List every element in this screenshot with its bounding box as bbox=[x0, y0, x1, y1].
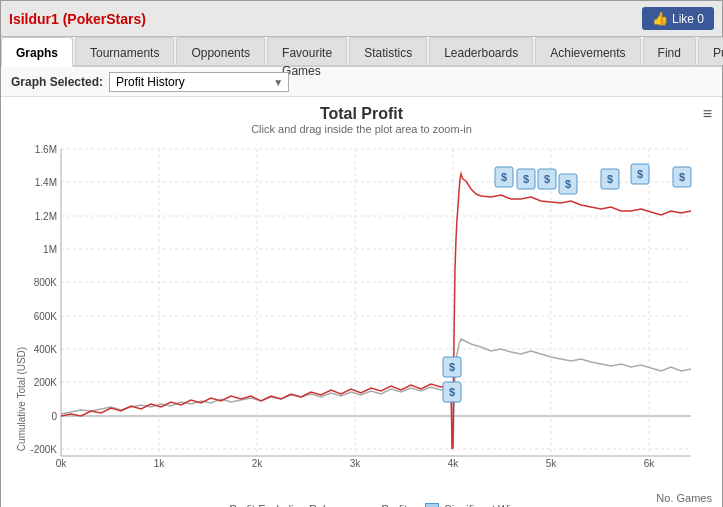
legend-label-excl-rake: Profit Excluding Rake bbox=[229, 503, 334, 507]
like-button[interactable]: 👍 Like 0 bbox=[642, 7, 714, 30]
svg-text:400K: 400K bbox=[34, 344, 58, 355]
svg-text:$: $ bbox=[449, 361, 455, 373]
svg-text:0: 0 bbox=[51, 411, 57, 422]
graph-selector-select[interactable]: Profit History Win Rate bbox=[109, 72, 289, 92]
like-label: Like 0 bbox=[672, 12, 704, 26]
tab-leaderboards[interactable]: Leaderboards bbox=[429, 37, 533, 65]
svg-text:0k: 0k bbox=[56, 458, 68, 469]
svg-text:$: $ bbox=[501, 171, 507, 183]
tab-graphs[interactable]: Graphs bbox=[1, 37, 73, 67]
svg-text:3k: 3k bbox=[350, 458, 362, 469]
svg-text:1.2M: 1.2M bbox=[35, 211, 57, 222]
svg-text:6k: 6k bbox=[644, 458, 656, 469]
svg-text:1.6M: 1.6M bbox=[35, 144, 57, 155]
tabs-bar: GraphsTournamentsOpponentsFavourite Game… bbox=[1, 37, 722, 67]
svg-text:$: $ bbox=[523, 173, 529, 185]
chart-subtitle: Click and drag inside the plot area to z… bbox=[1, 123, 722, 135]
legend-label-sig-wins: Significant Wins bbox=[444, 503, 522, 507]
legend-box-blue bbox=[425, 503, 439, 507]
svg-text:$: $ bbox=[607, 173, 613, 185]
legend-item-sig-wins: Significant Wins bbox=[425, 503, 522, 507]
svg-text:200K: 200K bbox=[34, 377, 58, 388]
site-name: (PokerStars) bbox=[63, 11, 146, 27]
svg-text:1k: 1k bbox=[154, 458, 166, 469]
tab-publish[interactable]: Publish bbox=[698, 37, 723, 65]
header: Isildur1 (PokerStars) 👍 Like 0 bbox=[1, 1, 722, 37]
y-axis-label: Cumulative Total (USD) bbox=[16, 347, 27, 451]
svg-text:$: $ bbox=[565, 178, 571, 190]
svg-text:$: $ bbox=[679, 171, 685, 183]
chart-inner: Cumulative Total (USD) 1.6M bbox=[1, 139, 722, 499]
svg-text:1M: 1M bbox=[43, 244, 57, 255]
tab-achievements[interactable]: Achievements bbox=[535, 37, 640, 65]
svg-text:4k: 4k bbox=[448, 458, 460, 469]
like-icon: 👍 bbox=[652, 11, 668, 26]
page-title: Isildur1 (PokerStars) bbox=[9, 11, 146, 27]
svg-text:1.4M: 1.4M bbox=[35, 177, 57, 188]
legend-item-excl-rake: Profit Excluding Rake bbox=[200, 503, 334, 507]
svg-text:600K: 600K bbox=[34, 311, 58, 322]
chart-menu-icon[interactable]: ≡ bbox=[703, 105, 712, 123]
profit-excl-rake-line bbox=[61, 339, 691, 449]
tab-favourite-games[interactable]: Favourite Games bbox=[267, 37, 347, 65]
chart-container: Total Profit Click and drag inside the p… bbox=[1, 97, 722, 507]
legend-item-profit: Profit bbox=[353, 503, 408, 507]
username: Isildur1 bbox=[9, 11, 59, 27]
chart-legend: Profit Excluding Rake Profit Significant… bbox=[1, 499, 722, 507]
tab-opponents[interactable]: Opponents bbox=[176, 37, 265, 65]
svg-text:5k: 5k bbox=[546, 458, 558, 469]
tab-statistics[interactable]: Statistics bbox=[349, 37, 427, 65]
svg-text:800K: 800K bbox=[34, 277, 58, 288]
svg-text:$: $ bbox=[637, 168, 643, 180]
app: Isildur1 (PokerStars) 👍 Like 0 GraphsTou… bbox=[0, 0, 723, 507]
legend-label-profit: Profit bbox=[382, 503, 408, 507]
tab-find[interactable]: Find bbox=[643, 37, 696, 65]
graph-selector-bar: Graph Selected: Profit History Win Rate bbox=[1, 67, 722, 97]
tab-tournaments[interactable]: Tournaments bbox=[75, 37, 174, 65]
chart-svg[interactable]: Cumulative Total (USD) 1.6M bbox=[11, 139, 714, 499]
graph-selector-label: Graph Selected: bbox=[11, 75, 103, 89]
profit-line bbox=[61, 174, 691, 449]
svg-text:$: $ bbox=[544, 173, 550, 185]
graph-selector-wrapper: Profit History Win Rate bbox=[109, 72, 289, 92]
svg-text:$: $ bbox=[449, 386, 455, 398]
svg-text:2k: 2k bbox=[252, 458, 264, 469]
svg-text:-200K: -200K bbox=[30, 444, 57, 455]
chart-title: Total Profit bbox=[1, 97, 722, 123]
no-games-label: No. Games bbox=[656, 492, 712, 504]
